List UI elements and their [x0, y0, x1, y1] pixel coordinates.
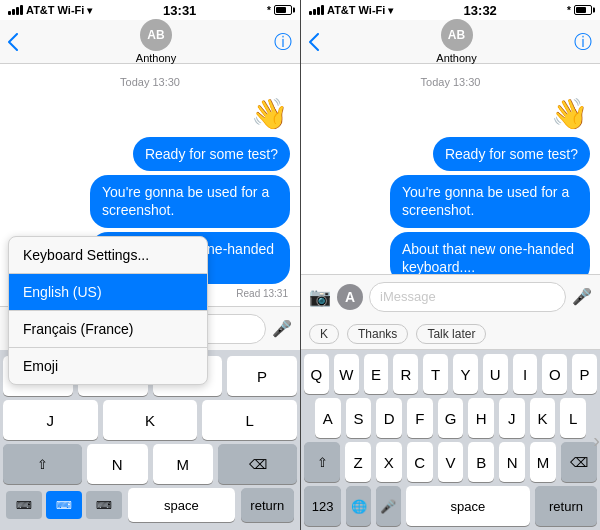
appstore-icon-right[interactable]: A [337, 284, 363, 310]
contact-name-right: Anthony [436, 52, 476, 64]
mic-icon-right[interactable]: 🎤 [572, 287, 592, 306]
lang-menu-item-0[interactable]: Keyboard Settings... [9, 237, 207, 274]
left-phone: AT&T Wi-Fi ▾ 13:31 * AB Anthony ⓘ Today … [0, 0, 300, 530]
bubble-row-2-right: About that new one-handed keyboard.... [301, 230, 600, 274]
kb-u[interactable]: U [483, 354, 508, 394]
quick-replies-right: K Thanks Talk later [301, 318, 600, 350]
avatar-left: AB [140, 19, 172, 51]
kb-o[interactable]: O [542, 354, 567, 394]
bluetooth-icon-left: * [267, 5, 271, 16]
back-button-right[interactable] [309, 33, 339, 51]
kb-key-l[interactable]: L [202, 400, 297, 440]
battery-icon-right [574, 5, 592, 15]
kb-key-n[interactable]: N [87, 444, 148, 484]
wifi-icon-right: ▾ [388, 5, 393, 16]
wave-emoji-left: 👋 [0, 96, 300, 131]
nav-center-right[interactable]: AB Anthony [339, 19, 574, 64]
lang-menu: Keyboard Settings... English (US) França… [8, 236, 208, 385]
kb-mic-right[interactable]: 🎤 [376, 486, 401, 526]
right-phone: AT&T Wi-Fi ▾ 13:32 * AB Anthony ⓘ Today … [300, 0, 600, 530]
back-button-left[interactable] [8, 33, 38, 51]
bubble-1-right: You're gonna be used for a screenshot. [390, 175, 590, 227]
kb-d[interactable]: D [376, 398, 402, 438]
kb-g[interactable]: G [438, 398, 464, 438]
kb-v[interactable]: V [438, 442, 464, 482]
kb-j[interactable]: J [499, 398, 525, 438]
quick-reply-0[interactable]: K [309, 324, 339, 344]
kb-m[interactable]: M [530, 442, 556, 482]
bubble-row-0-right: Ready for some test? [301, 135, 600, 173]
bubble-row-1-left: You're gonna be used for a screenshot. [0, 173, 300, 229]
kb-f[interactable]: F [407, 398, 433, 438]
kb-space-right[interactable]: space [406, 486, 530, 526]
kb-backspace-left[interactable]: ⌫ [218, 444, 297, 484]
kb-layout-icon-2[interactable]: ⌨ [86, 491, 122, 519]
time-right: 13:32 [464, 3, 497, 18]
bubble-1-left: You're gonna be used for a screenshot. [90, 175, 290, 227]
signal-bars [8, 5, 23, 15]
kb-r[interactable]: R [393, 354, 418, 394]
lang-menu-item-1[interactable]: English (US) [9, 274, 207, 311]
mic-icon-left[interactable]: 🎤 [272, 319, 292, 338]
status-right-left: * [267, 5, 292, 16]
info-button-right[interactable]: ⓘ [574, 30, 592, 54]
kb-n[interactable]: N [499, 442, 525, 482]
kb-h[interactable]: H [468, 398, 494, 438]
kb-k[interactable]: K [530, 398, 556, 438]
kb-row-3-right: ⇧ Z X C V B N M ⌫ [301, 438, 600, 482]
kb-globe-right[interactable]: 🌐 [346, 486, 371, 526]
keyboard-right: Q W E R T Y U I O P A S D F G H J K L ⇧ … [301, 350, 600, 530]
quick-reply-1[interactable]: Thanks [347, 324, 408, 344]
message-input-right[interactable]: iMessage [369, 282, 566, 312]
lang-menu-item-2[interactable]: Français (France) [9, 311, 207, 348]
kb-b[interactable]: B [468, 442, 494, 482]
status-right-right: * [567, 5, 592, 16]
chevron-right-icon[interactable]: › [593, 429, 600, 452]
nav-center-left[interactable]: AB Anthony [38, 19, 274, 64]
kb-c[interactable]: C [407, 442, 433, 482]
kb-z[interactable]: Z [345, 442, 371, 482]
status-bar-left: AT&T Wi-Fi ▾ 13:31 * [0, 0, 300, 20]
kb-space-left[interactable]: space [128, 488, 235, 522]
kb-q[interactable]: Q [304, 354, 329, 394]
kb-a[interactable]: A [315, 398, 341, 438]
quick-reply-2[interactable]: Talk later [416, 324, 486, 344]
kb-key-k[interactable]: K [103, 400, 198, 440]
kb-return-left[interactable]: return [241, 488, 294, 522]
carrier-right: AT&T Wi-Fi [327, 4, 385, 16]
avatar-right: AB [441, 19, 473, 51]
time-header-left: Today 13:30 [0, 76, 300, 88]
kb-p[interactable]: P [572, 354, 597, 394]
kb-w[interactable]: W [334, 354, 359, 394]
kb-layout-icon-1[interactable]: ⌨ [46, 491, 82, 519]
status-left-right: AT&T Wi-Fi ▾ [309, 4, 393, 16]
kb-return-right[interactable]: return [535, 486, 597, 526]
contact-name-left: Anthony [136, 52, 176, 64]
nav-bar-left: AB Anthony ⓘ [0, 20, 300, 64]
kb-key-j[interactable]: J [3, 400, 98, 440]
time-left: 13:31 [163, 3, 196, 18]
kb-key-p[interactable]: P [227, 356, 297, 396]
kb-i[interactable]: I [513, 354, 538, 394]
kb-row-2-left: J K L [0, 396, 300, 440]
bluetooth-icon-right: * [567, 5, 571, 16]
kb-bottom-left: ⌨ ⌨ ⌨ space return [0, 484, 300, 526]
kb-l[interactable]: L [560, 398, 586, 438]
kb-t[interactable]: T [423, 354, 448, 394]
kb-shift-left[interactable]: ⇧ [3, 444, 82, 484]
kb-layout-icons: ⌨ ⌨ ⌨ [6, 491, 122, 519]
kb-s[interactable]: S [346, 398, 372, 438]
wifi-icon-left: ▾ [87, 5, 92, 16]
kb-backspace-right[interactable]: ⌫ [561, 442, 597, 482]
kb-x[interactable]: X [376, 442, 402, 482]
kb-y[interactable]: Y [453, 354, 478, 394]
bubble-2-right: About that new one-handed keyboard.... [390, 232, 590, 274]
kb-shift-right[interactable]: ⇧ [304, 442, 340, 482]
lang-menu-item-3[interactable]: Emoji [9, 348, 207, 384]
kb-key-m2[interactable]: M [153, 444, 214, 484]
kb-num-right[interactable]: 123 [304, 486, 341, 526]
kb-e[interactable]: E [364, 354, 389, 394]
camera-icon-right[interactable]: 📷 [309, 286, 331, 308]
kb-layout-icon-0[interactable]: ⌨ [6, 491, 42, 519]
info-button-left[interactable]: ⓘ [274, 30, 292, 54]
